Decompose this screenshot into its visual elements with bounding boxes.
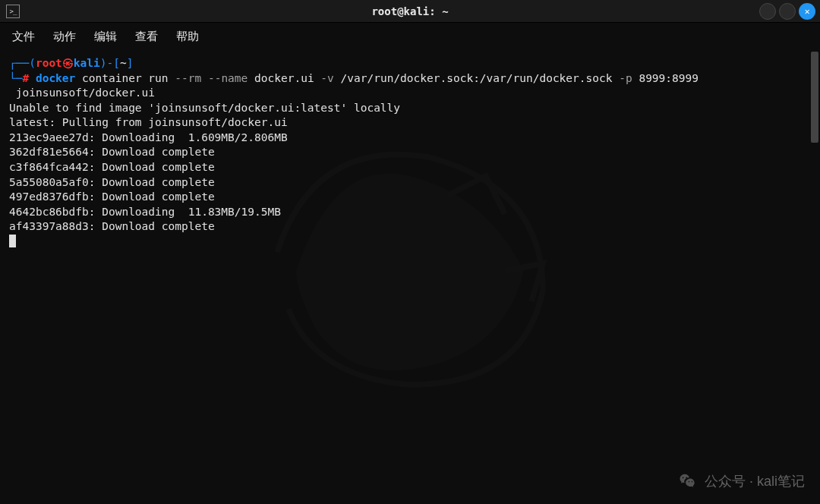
- watermark-text: 公众号 · kali笔记: [705, 472, 805, 490]
- command-flag: -p: [619, 72, 632, 84]
- command-text: [201, 72, 208, 84]
- window-controls: ✕: [759, 3, 815, 20]
- output-line: Unable to find image 'joinsunsoft/docker…: [9, 102, 400, 114]
- output-line: 362df81e5664: Download complete: [9, 146, 215, 158]
- title-bar: root@kali: ~ ✕: [0, 0, 820, 23]
- terminal-content[interactable]: ┌──(root㉿kali)-[~]└─# docker container r…: [0, 50, 820, 504]
- scrollbar-thumb[interactable]: [811, 52, 818, 143]
- prompt-user: root: [36, 57, 62, 69]
- menu-action[interactable]: 动作: [53, 30, 76, 44]
- command-text: docker.ui: [248, 72, 320, 84]
- output-line: 497ed8376dfb: Download complete: [9, 191, 215, 203]
- prompt-line-2: └─# docker container run --rm --name doc…: [9, 71, 811, 87]
- command-continuation: joinsunsoft/docker.ui: [9, 87, 155, 99]
- output-line: 5a55080a5af0: Download complete: [9, 176, 215, 188]
- terminal-cursor: [9, 235, 16, 247]
- prompt-decoration: └─: [9, 72, 22, 84]
- maximize-button[interactable]: [779, 3, 796, 20]
- command-flag: --rm: [175, 72, 201, 84]
- menu-file[interactable]: 文件: [12, 30, 35, 44]
- command-text: 8999:8999: [632, 72, 699, 84]
- prompt-host: kali: [74, 57, 100, 69]
- wechat-icon: [677, 471, 699, 492]
- menu-bar: 文件 动作 编辑 查看 帮助: [0, 23, 820, 50]
- output-line: af43397a88d3: Download complete: [9, 220, 215, 232]
- menu-view[interactable]: 查看: [135, 30, 158, 44]
- prompt-line-1: ┌──(root㉿kali)-[~]: [9, 56, 811, 71]
- window-title: root@kali: ~: [371, 5, 448, 17]
- menu-edit[interactable]: 编辑: [94, 30, 117, 44]
- command-text: container run: [75, 72, 175, 84]
- menu-help[interactable]: 帮助: [176, 30, 199, 44]
- output-line: 213ec9aee27d: Downloading 1.609MB/2.806M…: [9, 131, 288, 143]
- close-button[interactable]: ✕: [799, 3, 815, 20]
- prompt-hash: #: [22, 72, 29, 84]
- prompt-bracket: [: [113, 57, 120, 69]
- prompt-at-symbol: ㉿: [62, 57, 74, 69]
- output-line: 4642bc86bdfb: Downloading 11.83MB/19.5MB: [9, 206, 281, 218]
- watermark: 公众号 · kali笔记: [677, 471, 805, 492]
- terminal-icon: [6, 5, 20, 18]
- prompt-bracket: ]: [127, 57, 134, 69]
- command-docker: docker: [29, 72, 75, 84]
- minimize-button[interactable]: [759, 3, 776, 20]
- output-line: c3f864fca442: Download complete: [9, 161, 215, 173]
- prompt-decoration: ┌──(: [9, 57, 36, 69]
- prompt-decoration: )-: [100, 57, 113, 69]
- command-flag: --name: [208, 72, 248, 84]
- command-text: /var/run/docker.sock:/var/run/docker.soc…: [334, 72, 619, 84]
- prompt-path: ~: [120, 57, 127, 69]
- output-line: latest: Pulling from joinsunsoft/docker.…: [9, 116, 288, 128]
- command-flag: -v: [320, 72, 333, 84]
